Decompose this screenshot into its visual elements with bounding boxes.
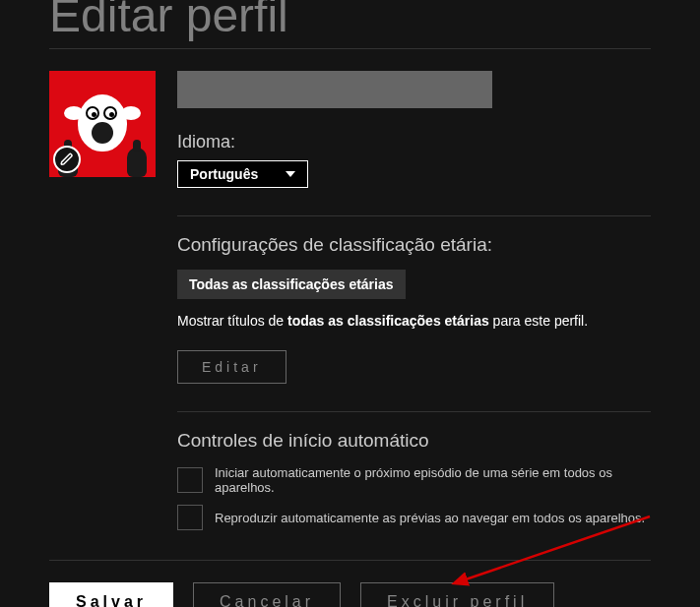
autoplay-next-episode-label: Iniciar automaticamente o próximo episód… [215, 465, 651, 495]
profile-avatar[interactable] [49, 71, 156, 177]
divider [177, 411, 651, 412]
autoplay-next-episode-checkbox[interactable] [177, 467, 203, 493]
page-title: Editar perfil [49, 0, 651, 42]
edit-avatar-button[interactable] [53, 146, 81, 173]
maturity-rating-badge: Todas as classificações etárias [177, 270, 406, 299]
divider [49, 560, 651, 561]
language-select[interactable]: Português [177, 160, 308, 188]
autoplay-previews-label: Reproduzir automaticamente as prévias ao… [215, 511, 645, 525]
maturity-description: Mostrar títulos de todas as classificaçõ… [177, 313, 651, 329]
autoplay-previews-checkbox[interactable] [177, 505, 203, 530]
save-button[interactable]: Salvar [49, 582, 173, 607]
delete-profile-button[interactable]: Excluir perfil [360, 582, 554, 607]
language-selected-value: Português [190, 166, 258, 182]
chevron-down-icon [286, 171, 295, 177]
autoplay-heading: Controles de início automático [177, 430, 651, 452]
maturity-heading: Configurações de classificação etária: [177, 234, 651, 256]
pencil-icon [60, 152, 74, 166]
cancel-button[interactable]: Cancelar [193, 582, 341, 607]
profile-name-input[interactable] [177, 71, 492, 108]
language-label: Idioma: [177, 132, 651, 152]
divider [177, 215, 651, 216]
edit-maturity-button[interactable]: Editar [177, 350, 286, 384]
